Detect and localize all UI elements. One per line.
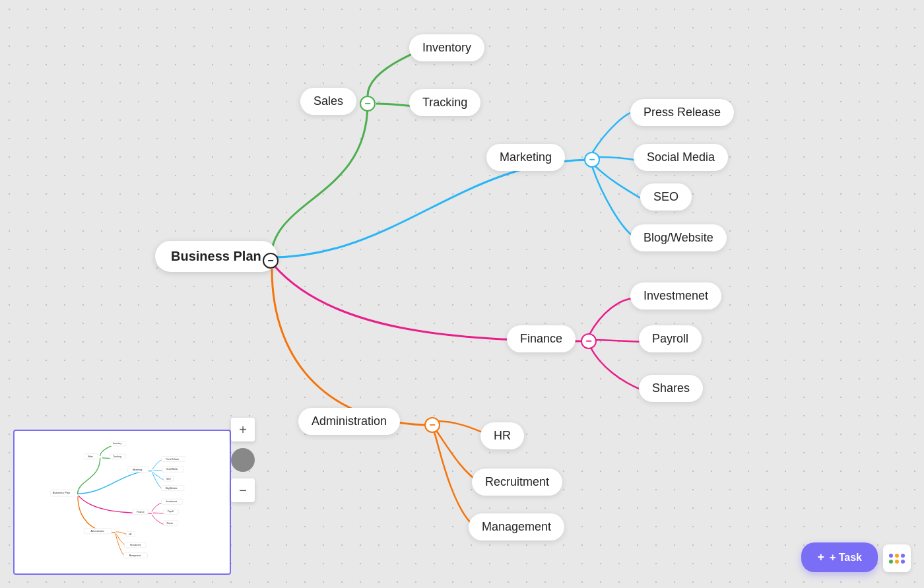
dot-1	[889, 554, 893, 558]
node-recruitment[interactable]: Recruitment	[472, 469, 562, 496]
svg-text:Sales: Sales	[88, 455, 94, 458]
svg-text:Business Plan: Business Plan	[53, 491, 71, 494]
svg-text:Investmenet: Investmenet	[166, 500, 178, 503]
node-press-release[interactable]: Press Release	[630, 99, 734, 126]
svg-text:Press Release: Press Release	[166, 458, 180, 461]
collapse-btn-business-plan[interactable]	[263, 253, 279, 269]
grid-dots-icon	[889, 554, 905, 564]
svg-text:Payroll: Payroll	[168, 510, 174, 513]
collapse-btn-sales[interactable]	[360, 96, 376, 112]
zoom-in-button[interactable]: +	[231, 418, 255, 441]
svg-text:Administration: Administration	[90, 530, 104, 533]
dot-4	[889, 560, 893, 564]
collapse-btn-finance[interactable]	[581, 333, 597, 349]
svg-text:Tracking: Tracking	[113, 455, 121, 458]
dot-3	[901, 554, 905, 558]
node-social-media[interactable]: Social Media	[634, 144, 728, 171]
svg-text:Management: Management	[129, 554, 141, 557]
node-marketing[interactable]: Marketing	[486, 144, 565, 171]
collapse-btn-administration[interactable]	[424, 417, 440, 433]
svg-text:SEO: SEO	[166, 478, 171, 480]
node-finance[interactable]: Finance	[507, 325, 576, 352]
node-sales[interactable]: Sales	[300, 88, 356, 115]
plus-icon: +	[817, 550, 824, 564]
svg-text:Inventory: Inventory	[113, 442, 122, 445]
node-investmenet[interactable]: Investmenet	[630, 282, 721, 310]
svg-text:Recruitment: Recruitment	[130, 544, 141, 546]
zoom-controls: + −	[231, 418, 255, 502]
minimap: Business Plan Sales Inventory Tracking M…	[13, 430, 231, 575]
zoom-out-button[interactable]: −	[231, 478, 255, 502]
node-seo[interactable]: SEO	[640, 183, 692, 211]
dot-6	[901, 560, 905, 564]
node-tracking[interactable]: Tracking	[409, 89, 480, 116]
svg-text:Marketing: Marketing	[133, 469, 142, 471]
node-hr[interactable]: HR	[480, 422, 524, 449]
zoom-circle	[231, 448, 255, 472]
node-management[interactable]: Management	[469, 513, 564, 540]
task-button-label: + Task	[830, 552, 862, 564]
svg-text:Shares: Shares	[166, 522, 173, 525]
add-task-button[interactable]: + + Task	[801, 542, 878, 572]
svg-text:Finance: Finance	[137, 511, 145, 513]
collapse-btn-marketing[interactable]	[584, 152, 600, 168]
node-shares[interactable]: Shares	[639, 375, 703, 402]
node-business-plan[interactable]: Business Plan	[155, 241, 277, 272]
svg-text:Social Media: Social Media	[166, 468, 178, 471]
node-blog-website[interactable]: Blog/Website	[630, 224, 727, 251]
svg-text:Blog/Website: Blog/Website	[166, 487, 178, 490]
node-administration[interactable]: Administration	[298, 408, 400, 435]
dot-2	[895, 554, 899, 558]
node-inventory[interactable]: Inventory	[409, 34, 484, 61]
grid-icon-button[interactable]	[883, 544, 911, 572]
dot-5	[895, 560, 899, 564]
node-payroll[interactable]: Payroll	[639, 325, 702, 352]
